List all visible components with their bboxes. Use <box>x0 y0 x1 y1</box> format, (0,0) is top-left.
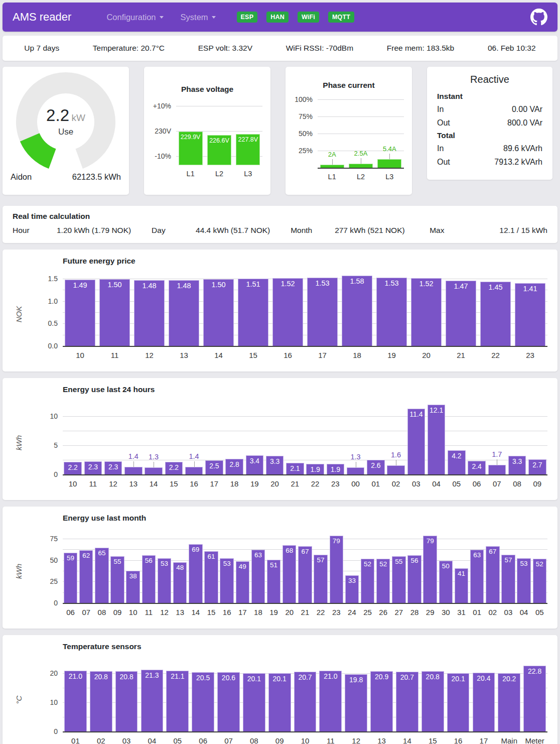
bar-slot: 41 <box>454 531 469 603</box>
bar-value-label: 21.0 <box>63 672 88 680</box>
y-tick-label: +10% <box>152 102 171 110</box>
x-tick-label: 21 <box>444 347 478 359</box>
nav-system[interactable]: System <box>181 13 216 22</box>
x-tick-label: 09 <box>109 604 125 616</box>
phase-voltage-title: Phase voltage <box>152 85 262 94</box>
bar-value-label: 2.5 <box>204 462 224 470</box>
bar-09: 55 <box>110 556 124 603</box>
x-tick-label: 17 <box>235 604 250 616</box>
bar-slot: 21.1 <box>165 659 190 732</box>
bar-slot: 67 <box>297 531 313 603</box>
bar-slot: 62 <box>78 531 94 603</box>
bar-slot: 2.2 <box>164 402 184 475</box>
x-axis-labels: L1L2L3 <box>176 166 262 178</box>
bar-slot: 51 <box>266 531 282 603</box>
x-tick-label: 19 <box>244 475 264 488</box>
bar-25: 52 <box>361 559 374 603</box>
bar-value-label: 61 <box>203 553 219 560</box>
x-axis-labels: 0102030405060708091011121314151617MainMe… <box>63 732 547 744</box>
x-tick-label: 07 <box>78 604 94 616</box>
bar-07 <box>488 465 506 475</box>
x-tick-label: 16 <box>270 347 305 359</box>
reactive-card: Reactive Instant In 0.00 VAr Out 800.0 V… <box>427 67 552 180</box>
bar-Main: 20.2 <box>498 673 520 732</box>
bar-value-label: 20.9 <box>369 673 394 681</box>
clock: 06. Feb 10:32 <box>488 44 536 53</box>
realtime-hour: Hour 1.20 kWh (1.79 NOK) <box>13 226 152 235</box>
bar-23: 1.9 <box>327 464 344 475</box>
bar-value-label: 1.53 <box>375 279 408 287</box>
bar-slot: 2.7 <box>527 402 547 475</box>
bar-slot: 227.8V <box>234 101 262 165</box>
bar-value-label: 33 <box>344 577 360 584</box>
bar-21: 67 <box>298 546 312 603</box>
x-tick-label: 27 <box>391 604 406 616</box>
bar-24: 33 <box>345 575 359 603</box>
phase-current-chart: 2A2.5A5.4A25%50%75%100%L1L2L3 <box>294 93 404 183</box>
bar-20: 1.52 <box>411 278 442 346</box>
bar-06: 20.5 <box>192 672 214 732</box>
bar-slot: 12.1 <box>427 402 447 475</box>
bar-05: 4.2 <box>448 450 465 475</box>
x-tick-label: 02 <box>88 732 114 744</box>
bar-value-label: 20.8 <box>114 673 139 681</box>
bar-slot: 2.3 <box>103 402 123 475</box>
bar-L2: 226.6V <box>207 135 231 165</box>
bar-slot: 2.2 <box>63 402 83 475</box>
main-nav: Configuration System ESP HAN WiFi MQTT <box>106 12 530 23</box>
bar-slot: 38 <box>125 531 141 603</box>
bar-slot: 3.3 <box>265 402 285 475</box>
x-tick-label: 19 <box>374 347 409 359</box>
realtime-title: Real time calculation <box>13 212 547 221</box>
bar-value-label: 56 <box>406 557 423 564</box>
bar-19: 51 <box>267 560 281 603</box>
x-tick-label: 14 <box>144 475 164 488</box>
bar-slot: 63 <box>250 531 266 603</box>
accumulated-total: 62123.5 kWh <box>72 172 121 182</box>
bar-L2 <box>349 164 373 168</box>
x-tick-label: 26 <box>375 604 391 616</box>
bar-slot: 1.41 <box>513 274 547 346</box>
bar-value-label: 2.6 <box>365 461 386 469</box>
github-link[interactable] <box>530 9 547 26</box>
x-tick-label: 11 <box>83 475 103 488</box>
bar-slot: 229.9V <box>176 101 205 165</box>
x-axis-labels: 1011121314151617181920212223 <box>63 347 547 359</box>
bar-02: 20.8 <box>90 671 112 732</box>
x-tick-label: 12 <box>157 604 172 616</box>
bar-value-label: 50 <box>438 562 454 570</box>
x-tick-label: 04 <box>139 732 165 744</box>
x-tick-label: 16 <box>219 604 235 616</box>
bar-slot: 20.9 <box>369 659 394 732</box>
bar-slot: 61 <box>203 531 219 603</box>
bar-value-label: 20.2 <box>496 675 522 683</box>
bar-10: 38 <box>126 571 139 603</box>
bar-29: 79 <box>423 536 437 603</box>
bar-value-label: 20.7 <box>293 673 318 681</box>
wifi-status-badge: WiFi <box>298 12 319 23</box>
y-tick-label: 0.5 <box>36 319 58 327</box>
y-tick-label: 10 <box>36 698 58 706</box>
x-tick-label: Meter <box>522 732 547 744</box>
reactive-instant-out-row: Out 800.0 VAr <box>437 116 542 130</box>
nav-configuration[interactable]: Configuration <box>106 13 163 22</box>
bar-12: 2.3 <box>104 461 122 475</box>
energy-24h-chart: kWh 2.22.32.31.41.32.21.42.52.83.43.32.1… <box>13 402 547 490</box>
bar-slot: 65 <box>94 531 109 603</box>
bar-31: 41 <box>455 568 468 603</box>
bar-value-label: 1.41 <box>513 285 547 293</box>
x-tick-label: L2 <box>346 169 375 181</box>
bar-06: 2.4 <box>468 461 485 475</box>
y-axis-unit: °C <box>15 695 23 704</box>
x-tick-label: 13 <box>167 347 201 359</box>
bar-slot: 20.8 <box>114 659 139 732</box>
y-axis-unit-column: NOK <box>13 274 36 361</box>
y-tick-label: 20 <box>36 669 58 677</box>
x-tick-label: 01 <box>366 475 386 488</box>
label-leader-line <box>332 159 333 165</box>
bar-slot: 55 <box>109 531 125 603</box>
energy-24h-card: Energy use last 24 hours kWh 2.22.32.31.… <box>3 378 557 500</box>
bar-value-label: 2.3 <box>103 463 123 471</box>
bar-value-label: 55 <box>390 558 407 565</box>
meter-vendor: Aidon <box>11 172 32 182</box>
